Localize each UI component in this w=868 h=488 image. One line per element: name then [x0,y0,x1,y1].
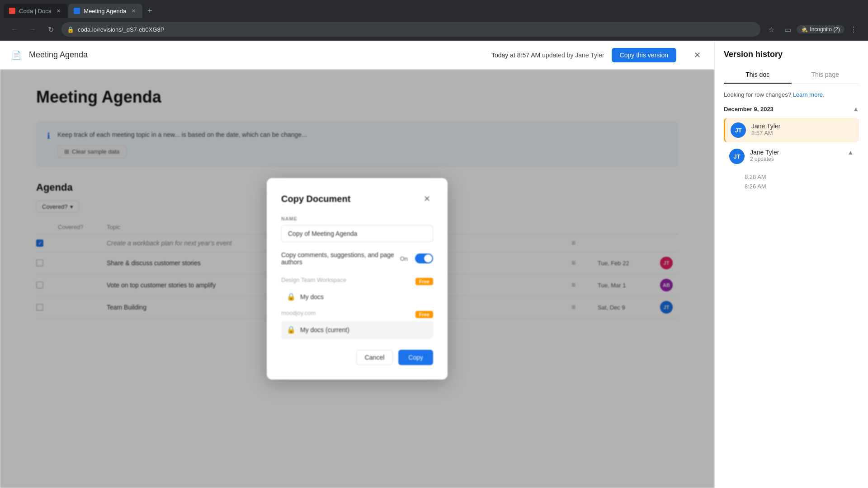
version-entry-2[interactable]: JT Jane Tyler 2 updates ▲ [724,144,859,169]
location1-item[interactable]: 🔒 My docs [281,288,433,306]
doc-icon: 📄 [11,50,22,61]
version-info-1: Jane Tyler 8:57 AM [751,122,854,138]
location2-text: My docs (current) [300,326,349,333]
version-avatar-1: JT [731,122,746,138]
incognito-label: Incognito (2) [810,26,840,33]
version-info-2: Jane Tyler 2 updates [750,149,842,164]
copy-version-button[interactable]: Copy this version [612,48,676,62]
document-name-input[interactable] [281,225,433,242]
version-body: Looking for row changes? Learn more. Dec… [715,84,868,488]
doc-area: 📄 Meeting Agenda Today at 8:57 AM update… [0,41,714,488]
doc-status: Today at 8:57 AM updated by Jane Tyler [491,52,604,59]
version-name-1: Jane Tyler [751,122,854,130]
workspace2-badge: Free [415,311,433,318]
date-section-header: December 9, 2023 ▲ [724,105,859,113]
workspace2-row: moodjoy.com Free [281,310,433,319]
learn-text: Looking for row changes? Learn more. [724,91,859,98]
tab-meeting-agenda-label: Meeting Agenda [84,8,126,14]
doc-content: Meeting Agenda ℹ Keep track of each meet… [0,70,714,488]
browser-chrome: Coda | Docs ✕ Meeting Agenda ✕ + ← → ↻ 🔒… [0,0,868,41]
doc-status-author: updated by Jane Tyler [542,52,604,59]
menu-button[interactable]: ⋮ [846,22,861,37]
version-time-1: 8:57 AM [751,130,854,136]
nav-actions: ☆ ▭ 🕵 Incognito (2) ⋮ [764,22,861,37]
toggle-description: Copy comments, suggestions, and page aut… [281,251,395,266]
sub-time-2[interactable]: 8:26 AM [745,182,859,191]
version-history-title: Version history [724,50,859,59]
url-text: coda.io/revisions/_dS7-eb0XG8P [78,26,165,33]
collapse-icon[interactable]: ▲ [853,105,859,113]
workspace1-section: Design Team Workspace Free 🔒 My docs [281,277,433,306]
toggle-knob [424,254,432,263]
modal-footer: Cancel Copy [281,350,433,365]
location2-item[interactable]: 🔒 My docs (current) [281,321,433,339]
sub-times-2: 8:28 AM 8:26 AM [724,170,859,191]
date-label: December 9, 2023 [724,106,774,113]
tab-this-doc[interactable]: This doc [724,66,792,84]
version-entry-1[interactable]: JT Jane Tyler 8:57 AM [724,118,859,142]
workspace1-row: Design Team Workspace Free [281,277,433,286]
new-tab-button[interactable]: + [143,5,156,17]
tab-coda-docs-close[interactable]: ✕ [55,7,62,14]
cast-icon[interactable]: ▭ [780,22,795,37]
doc-header: 📄 Meeting Agenda Today at 8:57 AM update… [0,41,714,70]
reload-button[interactable]: ↻ [43,22,58,37]
toggle-row: Copy comments, suggestions, and page aut… [281,251,433,266]
copy-comments-toggle[interactable] [415,253,433,263]
name-label: NAME [281,216,433,221]
version-history-panel: Version history This doc This page Looki… [714,41,868,488]
workspace2-label: moodjoy.com [281,310,316,316]
learn-static-text: Looking for row changes? [724,91,791,98]
copy-button[interactable]: Copy [398,350,433,365]
workspace2-section: moodjoy.com Free 🔒 My docs (current) [281,310,433,339]
learn-more-link[interactable]: Learn more. [793,91,825,98]
bookmark-star-icon[interactable]: ☆ [764,22,778,37]
tab-meeting-agenda-close[interactable]: ✕ [130,7,137,14]
close-doc-button[interactable]: ✕ [691,49,703,61]
incognito-icon: 🕵 [801,26,808,33]
version-name-2: Jane Tyler [750,149,842,156]
modal-close-button[interactable]: ✕ [420,192,433,205]
workspace1-badge: Free [415,278,433,285]
coda-favicon [9,8,15,14]
modal-title: Copy Document [281,194,350,204]
tab-meeting-agenda[interactable]: Meeting Agenda ✕ [68,4,142,18]
toggle-on-label: On [400,255,408,262]
doc-title: Meeting Agenda [29,50,484,60]
lock1-icon: 🔒 [287,292,296,301]
address-bar[interactable]: 🔒 coda.io/revisions/_dS7-eb0XG8P [61,22,760,37]
doc-status-time: Today at 8:57 AM [491,52,540,59]
nav-bar: ← → ↻ 🔒 coda.io/revisions/_dS7-eb0XG8P ☆… [0,18,868,41]
cancel-button[interactable]: Cancel [356,350,393,365]
modal-header: Copy Document ✕ [281,192,433,205]
incognito-badge: 🕵 Incognito (2) [797,25,844,33]
meeting-agenda-favicon [74,8,80,14]
copy-document-modal: Copy Document ✕ NAME Copy comments, sugg… [267,178,448,380]
tab-this-page[interactable]: This page [792,66,859,84]
back-button[interactable]: ← [7,22,22,37]
tab-coda-docs-label: Coda | Docs [19,8,51,14]
tab-coda-docs[interactable]: Coda | Docs ✕ [4,4,67,18]
version-header: Version history This doc This page [715,41,868,84]
forward-button[interactable]: → [25,22,40,37]
location1-text: My docs [300,293,324,300]
page-layout: 📄 Meeting Agenda Today at 8:57 AM update… [0,41,868,488]
workspace1-label: Design Team Workspace [281,277,346,283]
lock2-icon: 🔒 [287,325,296,334]
lock-icon: 🔒 [67,26,74,33]
sub-time-1[interactable]: 8:28 AM [745,172,859,182]
version-tabs: This doc This page [724,66,859,84]
expand-icon-2[interactable]: ▲ [847,149,854,164]
tab-bar: Coda | Docs ✕ Meeting Agenda ✕ + [0,0,868,18]
version-avatar-2: JT [729,149,745,164]
modal-overlay: Copy Document ✕ NAME Copy comments, sugg… [0,70,714,488]
version-updates-2: 2 updates [750,156,842,162]
